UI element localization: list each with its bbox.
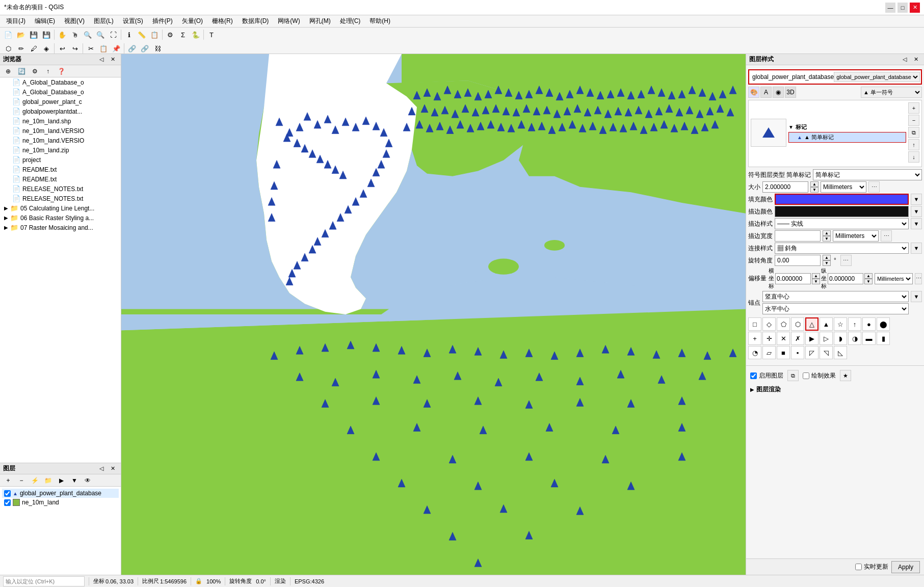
shape-cross-rect[interactable]: ▪ <box>791 346 804 359</box>
symbol-tree-simple-marker[interactable]: ▲ ▲ 简单标记 <box>788 132 906 143</box>
menu-view[interactable]: 视图(V) <box>60 16 89 26</box>
fill-color-extra[interactable]: ▼ <box>911 194 922 205</box>
shape-x2[interactable]: ✗ <box>791 332 804 345</box>
style-layer-select[interactable]: global_power_plant_database <box>834 72 920 82</box>
shape-arrow[interactable]: ↑ <box>848 317 861 331</box>
stroke-width-extra[interactable]: ⋯ <box>881 230 892 242</box>
toolbar-zoom-out[interactable]: 🔍 <box>94 29 107 41</box>
shape-triangle-bl[interactable]: ◺ <box>834 346 847 359</box>
shape-half2[interactable]: ◑ <box>848 332 861 345</box>
browser-toolbar-btn5[interactable]: ❓ <box>55 65 67 77</box>
toolbar-snap[interactable]: 🔗 <box>126 42 138 55</box>
symbol-tree-add-btn[interactable]: + <box>908 102 919 114</box>
shape-half-arc[interactable]: ◗ <box>834 332 847 345</box>
toolbar-deselect[interactable]: ⬡ <box>2 42 14 55</box>
symbol-type-select[interactable]: 简单标记 <box>813 169 922 180</box>
menu-help[interactable]: 帮助(H) <box>365 16 394 26</box>
enable-layer-checkbox[interactable] <box>750 372 757 379</box>
draw-effects-checkbox[interactable] <box>803 372 809 379</box>
toolbar-new[interactable]: 📄 <box>2 29 14 41</box>
style-panel-collapse-btn[interactable]: ◁ <box>900 55 910 65</box>
browser-toolbar-btn3[interactable]: ⚙ <box>29 65 41 77</box>
shape-fill-circle[interactable]: ● <box>862 317 876 331</box>
shape-diamond[interactable]: ◇ <box>762 317 776 331</box>
symbol-tree-remove-btn[interactable]: − <box>908 115 919 126</box>
style-render-select[interactable]: ▲ 单一符号 <box>861 87 922 98</box>
toolbar-snap2[interactable]: 🔗 <box>139 42 151 55</box>
shape-triangle-outline[interactable]: △ <box>805 317 819 331</box>
browser-tree-item[interactable]: 📄project <box>0 155 121 165</box>
toolbar-zoom-extent[interactable]: ⛶ <box>107 29 119 41</box>
menu-edit[interactable]: 编辑(E) <box>31 16 59 26</box>
toolbar-pan[interactable]: ✋ <box>56 29 68 41</box>
minimize-button[interactable]: — <box>885 3 895 13</box>
stroke-style-extra[interactable]: ▼ <box>911 218 922 229</box>
shape-triangle-fill[interactable]: ▲ <box>820 317 833 331</box>
shape-plus2[interactable]: ✛ <box>762 332 776 345</box>
shape-vert-rect[interactable]: ▮ <box>877 332 890 345</box>
shape-arrow-r2[interactable]: ▷ <box>820 332 833 345</box>
toolbar-paste[interactable]: 📌 <box>110 42 122 55</box>
toolbar-python[interactable]: 🐍 <box>190 29 202 41</box>
menu-plugins[interactable]: 插件(P) <box>148 16 177 26</box>
stroke-width-input[interactable] <box>775 230 821 242</box>
browser-toolbar-btn2[interactable]: 🔄 <box>15 65 28 77</box>
toolbar-snap3[interactable]: ⛓ <box>151 42 164 55</box>
style-icon-mask[interactable]: ◉ <box>773 87 784 98</box>
browser-tree-item[interactable]: 📄RELEASE_NOTES.txt <box>0 184 121 194</box>
browser-tree-item[interactable]: 📄A_Global_Database_o <box>0 87 121 97</box>
toolbar-stats[interactable]: Σ <box>177 29 189 41</box>
layers-collapse2-btn[interactable]: ▼ <box>68 474 81 487</box>
menu-project[interactable]: 项目(J) <box>2 16 30 26</box>
menu-vector[interactable]: 矢量(O) <box>178 16 207 26</box>
layers-add-btn[interactable]: + <box>2 474 14 487</box>
toolbar-digitize[interactable]: 🖊 <box>28 42 40 55</box>
stroke-color-btn[interactable] <box>775 206 909 217</box>
layers-collapse-btn[interactable]: ◁ <box>96 464 107 474</box>
layer-item-land[interactable]: ne_10m_land <box>2 498 119 507</box>
toolbar-undo[interactable]: ↩ <box>56 42 68 55</box>
stroke-width-unit-select[interactable]: Millimeters <box>833 230 879 242</box>
shape-star[interactable]: ☆ <box>834 317 847 331</box>
offset-extra[interactable]: ⋯ <box>915 273 922 284</box>
offset-y-input[interactable] <box>828 273 863 284</box>
browser-toolbar-btn4[interactable]: ↑ <box>42 65 54 77</box>
browser-tree-item[interactable]: 📄ne_10m_land.VERSIO <box>0 136 121 145</box>
size-spin-down[interactable]: ▼ <box>810 187 819 193</box>
layers-filter-btn[interactable]: ⚡ <box>29 474 41 487</box>
fill-color-btn[interactable] <box>775 194 909 205</box>
toolbar-attribute-table[interactable]: 📋 <box>148 29 161 41</box>
toolbar-zoom-in[interactable]: 🔍 <box>82 29 94 41</box>
style-icon-label[interactable]: A <box>760 87 772 98</box>
layers-group-btn[interactable]: 📁 <box>42 474 54 487</box>
toolbar-settings[interactable]: ⚙ <box>164 29 176 41</box>
enable-layer-icon-btn[interactable]: ⧉ <box>787 370 799 381</box>
browser-tree-item[interactable]: 📄globalpowerplantdat... <box>0 106 121 116</box>
menu-web[interactable]: 网络(W) <box>274 16 304 26</box>
browser-tree-item[interactable]: 📄README.txt <box>0 174 121 184</box>
toolbar-select[interactable]: 🖱 <box>69 29 81 41</box>
browser-tree-item[interactable]: 📄ne_10m_land.VERSIO <box>0 126 121 136</box>
toolbar-save[interactable]: 💾 <box>28 29 40 41</box>
offset-x-spin-down[interactable]: ▼ <box>812 279 820 284</box>
map-area[interactable] <box>121 54 746 575</box>
browser-collapse-btn[interactable]: ◁ <box>96 55 107 65</box>
browser-close-btn[interactable]: ✕ <box>108 55 118 65</box>
symbol-tree-up-btn[interactable]: ↑ <box>908 139 919 150</box>
offset-unit-select[interactable]: Millimeters <box>875 273 913 284</box>
menu-settings[interactable]: 设置(S) <box>119 16 147 26</box>
style-panel-close-btn[interactable]: ✕ <box>911 55 921 65</box>
rotation-input[interactable] <box>775 255 821 266</box>
menu-database[interactable]: 数据库(D) <box>238 16 273 26</box>
browser-tree-item[interactable]: 📄README.txt <box>0 165 121 174</box>
location-search-input[interactable] <box>3 576 85 586</box>
menu-processing[interactable]: 处理(C) <box>336 16 365 26</box>
toolbar-edit[interactable]: ✏ <box>15 42 27 55</box>
anchor-extra[interactable]: ▼ <box>911 291 922 302</box>
toolbar-copy[interactable]: 📋 <box>97 42 110 55</box>
rotation-spin-down[interactable]: ▼ <box>823 260 831 266</box>
browser-toolbar-btn1[interactable]: ⊕ <box>2 65 14 77</box>
browser-tree-item[interactable]: 📄RELEASE_NOTES.txt <box>0 194 121 203</box>
toolbar-node[interactable]: ◈ <box>40 42 52 55</box>
toolbar-save-as[interactable]: 💾 <box>40 29 52 41</box>
